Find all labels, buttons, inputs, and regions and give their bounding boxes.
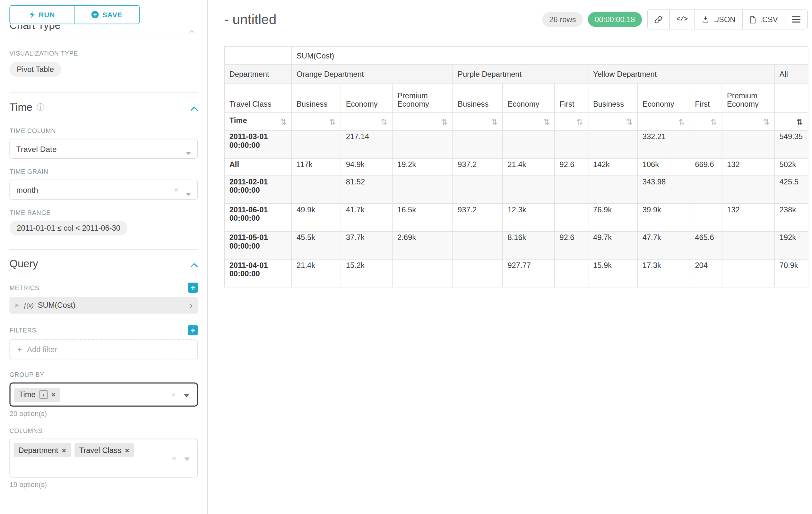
columns-chips: Department×Travel Class× [14, 445, 138, 454]
metrics-label: METRICS [9, 284, 39, 291]
all-sort-header[interactable]: ⇅ [775, 113, 808, 131]
collapse-query-icon[interactable] [191, 258, 198, 270]
visualization-type-chip[interactable]: Pivot Table [9, 62, 61, 77]
time-section-header[interactable]: Time ⓘ [9, 102, 198, 114]
row-header: 2011-06-01 00:00:00 [224, 204, 291, 232]
column-sort-header[interactable]: ⇅ [291, 113, 341, 131]
chevron-down-icon [183, 390, 190, 400]
row-header: 2011-05-01 00:00:00 [224, 231, 291, 259]
sort-icon[interactable]: ⇅ [280, 116, 287, 127]
sort-icon[interactable]: ⇅ [710, 116, 717, 127]
remove-metric-icon[interactable]: × [15, 301, 19, 309]
chart-title[interactable]: - untitled [224, 11, 276, 28]
sort-icon[interactable]: ⇅ [381, 116, 387, 127]
group-by-select[interactable]: Timei× × [9, 383, 198, 407]
column-sort-header[interactable]: ⇅ [392, 113, 453, 131]
pivot-cell [722, 231, 775, 259]
remove-icon[interactable]: × [51, 390, 56, 399]
collapse-time-icon[interactable] [191, 102, 198, 114]
export-json-button[interactable]: .JSON [695, 10, 742, 29]
pivot-cell: 15.9k [588, 259, 637, 287]
clear-icon[interactable]: × [174, 185, 178, 194]
time-column-select[interactable]: Travel Date [9, 139, 198, 159]
pivot-cell: 669.6 [690, 158, 722, 176]
time-range-chip[interactable]: 2011-01-01 ≤ col < 2011-06-30 [9, 221, 127, 236]
pivot-cell: 17.3k [637, 259, 690, 287]
bolt-icon [29, 11, 35, 18]
pivot-cell: 332.21 [637, 130, 690, 158]
view-query-button[interactable]: </> [669, 10, 695, 29]
pivot-cell [392, 176, 453, 204]
groupby-chip[interactable]: Timei× [14, 387, 60, 402]
sort-icon[interactable]: ⇅ [491, 116, 498, 127]
sort-icon[interactable]: ⇅ [678, 116, 685, 127]
code-icon: </> [676, 16, 688, 23]
filters-label: FILTERS [9, 326, 36, 334]
time-grain-select[interactable]: month × [9, 180, 198, 199]
pivot-cell [690, 130, 722, 158]
add-filter-button[interactable]: + [188, 325, 198, 335]
pivot-cell: 204 [690, 259, 722, 287]
table-row: 2011-06-01 00:00:0049.9k41.7k16.5k937.21… [224, 204, 808, 232]
menu-button[interactable] [785, 10, 807, 29]
pivot-cell [453, 176, 502, 204]
sort-icon[interactable]: ⇅ [626, 116, 633, 127]
save-button[interactable]: SAVE [75, 6, 139, 24]
table-row: All117k94.9k19.2k937.221.4k92.6142k106k6… [224, 158, 808, 176]
metric-chip[interactable]: × ƒ(x) SUM(Cost) › [9, 297, 198, 314]
chevron-down-icon [186, 148, 191, 157]
time-row-label: Time [230, 116, 247, 124]
clear-icon[interactable]: × [171, 390, 176, 399]
chevron-right-icon[interactable]: › [190, 300, 193, 310]
plus-circle-icon [91, 11, 99, 18]
clear-icon[interactable]: × [172, 454, 176, 463]
column-sort-header[interactable]: ⇅ [637, 113, 690, 131]
columns-chip[interactable]: Department× [14, 443, 71, 457]
remove-icon[interactable]: × [125, 446, 129, 454]
pivot-cell: 49.9k [291, 204, 341, 232]
pivot-cell: 465.6 [690, 231, 722, 259]
run-label: RUN [39, 11, 55, 19]
column-sort-header[interactable]: ⇅ [453, 113, 502, 131]
pivot-cell: 94.9k [341, 158, 392, 176]
add-metric-button[interactable]: + [188, 283, 198, 293]
pivot-cell: 502k [775, 158, 808, 176]
pivot-cell [291, 176, 341, 204]
sort-icon[interactable]: ⇅ [329, 116, 336, 127]
chart-actions-group: </> .JSON .CSV [647, 9, 808, 29]
pivot-cell [722, 130, 775, 158]
pivot-cell [555, 204, 588, 232]
run-button[interactable]: RUN [10, 6, 75, 24]
columns-select[interactable]: Department×Travel Class× × [9, 439, 198, 478]
sort-icon[interactable]: ⇅ [543, 116, 550, 127]
copy-link-button[interactable] [648, 10, 669, 29]
query-section-header[interactable]: Query [9, 258, 198, 270]
sort-icon[interactable]: ⇅ [576, 116, 583, 127]
chevron-up-icon[interactable] [188, 26, 195, 33]
pivot-cell: 49.7k [588, 231, 637, 259]
column-sort-header[interactable]: ⇅ [502, 113, 555, 131]
col-dimension-header: Department [224, 64, 291, 83]
metric-header: SUM(Cost) [291, 47, 808, 64]
column-sort-header[interactable]: ⇅ [555, 113, 588, 131]
sort-icon[interactable]: ⇅ [441, 116, 448, 127]
pivot-cell: 549.35 [775, 130, 808, 158]
remove-icon[interactable]: × [62, 446, 66, 454]
pivot-cell: 45.5k [291, 231, 341, 259]
sort-icon[interactable]: ⇅ [763, 116, 770, 127]
sort-icon-active[interactable]: ⇅ [796, 116, 803, 127]
export-csv-button[interactable]: .CSV [742, 10, 785, 29]
add-filter-dropzone[interactable]: + Add filter [9, 339, 198, 359]
pivot-cell [453, 259, 502, 287]
column-sort-header[interactable]: ⇅ [690, 113, 722, 131]
column-sort-header[interactable]: ⇅ [722, 113, 775, 131]
pivot-cell: 106k [637, 158, 690, 176]
pivot-cell: 92.6 [555, 158, 588, 176]
chart-header: - untitled 26 rows 00:00:00.18 </> .JSON [224, 9, 808, 29]
pivot-cell: 132 [722, 158, 775, 176]
column-sort-header[interactable]: ⇅ [588, 113, 637, 131]
columns-chip[interactable]: Travel Class× [75, 443, 134, 457]
row-label-sort-header[interactable]: Time⇅ [224, 113, 291, 131]
pivot-cell [690, 176, 722, 204]
column-sort-header[interactable]: ⇅ [341, 113, 392, 131]
